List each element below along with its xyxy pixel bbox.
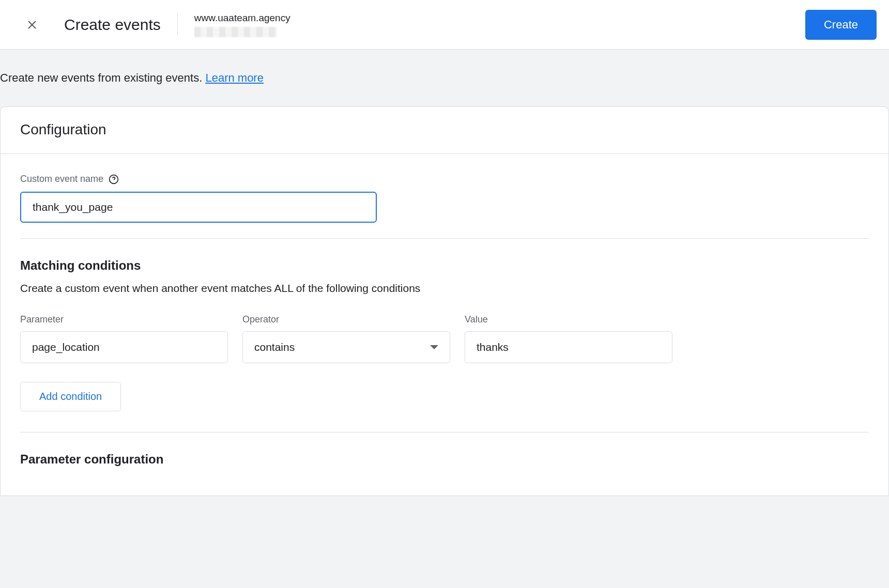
parameter-label: Parameter [20, 314, 228, 325]
help-icon[interactable] [109, 174, 119, 184]
condition-row: Parameter Operator contains Value [20, 314, 869, 363]
parameter-config-title: Parameter configuration [20, 452, 869, 467]
learn-more-link[interactable]: Learn more [205, 71, 264, 84]
property-name: www.uaateam.agency [194, 12, 290, 24]
operator-select[interactable]: contains [242, 331, 450, 363]
custom-event-label: Custom event name [20, 174, 103, 184]
info-banner: Create new events from existing events. … [0, 50, 889, 106]
config-header: Configuration [1, 107, 888, 154]
header-divider [177, 13, 178, 36]
custom-event-label-row: Custom event name [20, 174, 869, 184]
add-condition-button[interactable]: Add condition [20, 382, 121, 411]
page-title: Create events [64, 16, 161, 34]
matching-conditions-section: Matching conditions Create a custom even… [1, 239, 888, 363]
value-input[interactable] [465, 331, 672, 363]
header: Create events www.uaateam.agency Create [0, 0, 889, 50]
operator-column: Operator contains [242, 314, 450, 363]
value-column: Value [465, 314, 672, 363]
parameter-column: Parameter [20, 314, 228, 363]
parameter-input[interactable] [20, 331, 228, 363]
value-label: Value [465, 314, 672, 325]
config-card: Configuration Custom event name Matching… [0, 106, 889, 496]
matching-description: Create a custom event when another event… [20, 282, 869, 295]
close-icon[interactable] [25, 18, 39, 32]
matching-title: Matching conditions [20, 258, 869, 273]
chevron-down-icon [430, 345, 438, 349]
property-id-blurred [194, 27, 277, 37]
config-title: Configuration [20, 121, 869, 138]
banner-text: Create new events from existing events. [0, 71, 205, 84]
create-button[interactable]: Create [805, 10, 877, 40]
operator-value: contains [254, 341, 295, 353]
parameter-configuration-section: Parameter configuration [1, 432, 888, 496]
property-info: www.uaateam.agency [194, 12, 290, 37]
content-wrapper: Create new events from existing events. … [0, 50, 889, 588]
operator-label: Operator [242, 314, 450, 325]
custom-event-name-input[interactable] [20, 192, 377, 223]
custom-event-section: Custom event name [1, 154, 888, 223]
